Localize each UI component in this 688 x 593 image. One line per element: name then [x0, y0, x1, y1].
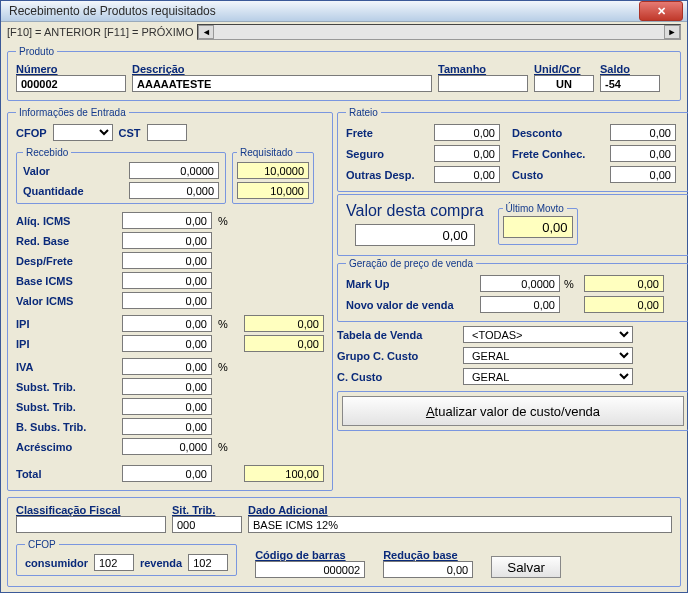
total-y	[244, 465, 324, 482]
tamanho-input[interactable]	[438, 75, 528, 92]
subst1-label: Subst. Trib.	[16, 381, 116, 393]
markup-y	[584, 275, 664, 292]
ipi-y2	[244, 335, 324, 352]
valor-compra-group: Valor desta compra Último Movto	[337, 194, 688, 256]
saldo-input[interactable]	[600, 75, 660, 92]
req-valor	[237, 162, 309, 179]
ipi-val-input[interactable]	[122, 335, 212, 352]
markup-input[interactable]	[480, 275, 560, 292]
iva-input[interactable]	[122, 358, 212, 375]
cst-input[interactable]	[147, 124, 187, 141]
atualizar-button[interactable]: AAtualizar valor de custo/vendatualizar …	[342, 396, 684, 426]
dado-input[interactable]	[248, 516, 672, 533]
despfrete-label: Desp/Frete	[16, 255, 116, 267]
pct-2: %	[218, 318, 238, 330]
baseicms-input[interactable]	[122, 272, 212, 289]
cfop-bottom-legend: CFOP	[25, 539, 59, 550]
scroll-left-icon[interactable]: ◄	[198, 25, 214, 39]
pct-5: %	[564, 278, 580, 290]
rateio-legend: Rateio	[346, 107, 381, 118]
despfrete-input[interactable]	[122, 252, 212, 269]
pct-3: %	[218, 361, 238, 373]
freteconhec-input[interactable]	[610, 145, 676, 162]
desconto-label: Desconto	[512, 127, 602, 139]
ipi-pct-input[interactable]	[122, 315, 212, 332]
valor-input[interactable]	[129, 162, 219, 179]
grupo-ccusto-select[interactable]: GERAL	[463, 347, 633, 364]
ultimo-input	[503, 216, 573, 238]
codbarras-input[interactable]	[255, 561, 365, 578]
reducao-input[interactable]	[383, 561, 473, 578]
novo-input[interactable]	[480, 296, 560, 313]
subst2-input[interactable]	[122, 398, 212, 415]
quantidade-input[interactable]	[129, 182, 219, 199]
revenda-input[interactable]	[188, 554, 228, 571]
ultimo-movto-group: Último Movto	[498, 203, 578, 245]
iva-label: IVA	[16, 361, 116, 373]
numero-input[interactable]	[16, 75, 126, 92]
bsubs-label: B. Subs. Trib.	[16, 421, 116, 433]
horizontal-scrollbar[interactable]: ◄ ►	[197, 24, 681, 40]
redbase-input[interactable]	[122, 232, 212, 249]
grupo-ccusto-label: Grupo C. Custo	[337, 350, 457, 362]
scroll-right-icon[interactable]: ►	[664, 25, 680, 39]
outras-input[interactable]	[434, 166, 500, 183]
redbase-label: Red. Base	[16, 235, 116, 247]
novo-y	[584, 296, 664, 313]
cfop-select[interactable]	[53, 124, 113, 141]
valor-label: Valor	[23, 165, 123, 177]
geracao-preco-group: Geração de preço de venda Mark Up % Novo…	[337, 258, 688, 322]
descricao-label: Descrição	[132, 63, 432, 75]
descricao-input[interactable]	[132, 75, 432, 92]
valoricms-input[interactable]	[122, 292, 212, 309]
desconto-input[interactable]	[610, 124, 676, 141]
salvar-button[interactable]: Salvar	[491, 556, 561, 578]
classif-input[interactable]	[16, 516, 166, 533]
sittrib-input[interactable]	[172, 516, 242, 533]
ipi-pct-label: IPI	[16, 318, 116, 330]
ccusto-select[interactable]: GERAL	[463, 368, 633, 385]
bsubs-input[interactable]	[122, 418, 212, 435]
seguro-input[interactable]	[434, 145, 500, 162]
custo-input[interactable]	[610, 166, 676, 183]
unidcor-input[interactable]	[534, 75, 594, 92]
valoricms-label: Valor ICMS	[16, 295, 116, 307]
dado-label: Dado Adicional	[248, 504, 672, 516]
valor-compra-title: Valor desta compra	[346, 202, 484, 220]
acresc-input[interactable]	[122, 438, 212, 455]
consumidor-input[interactable]	[94, 554, 134, 571]
codbarras-label: Código de barras	[255, 549, 365, 561]
close-button[interactable]: ✕	[639, 1, 683, 21]
reducao-label: Redução base	[383, 549, 473, 561]
novo-label: Novo valor de venda	[346, 299, 476, 311]
rateio-group: Rateio Frete Desconto Seguro Frete Conhe…	[337, 107, 688, 192]
close-icon: ✕	[657, 5, 666, 18]
outras-label: Outras Desp.	[346, 169, 426, 181]
aliq-input[interactable]	[122, 212, 212, 229]
markup-label: Mark Up	[346, 278, 476, 290]
valor-compra-input[interactable]	[355, 224, 475, 246]
recebido-legend: Recebido	[23, 147, 71, 158]
nav-hint: [F10] = ANTERIOR [F11] = PRÓXIMO	[7, 26, 193, 38]
window-title: Recebimento de Produtos requisitados	[9, 4, 216, 18]
subst2-label: Subst. Trib.	[16, 401, 116, 413]
ipi-y1	[244, 315, 324, 332]
pct-1: %	[218, 215, 238, 227]
freteconhec-label: Frete Conhec.	[512, 148, 602, 160]
frete-input[interactable]	[434, 124, 500, 141]
consumidor-label: consumidor	[25, 557, 88, 569]
produto-group: Produto Número Descrição Tamanho Unid/Co…	[7, 46, 681, 101]
tabela-venda-select[interactable]: <TODAS>	[463, 326, 633, 343]
total-input[interactable]	[122, 465, 212, 482]
saldo-label: Saldo	[600, 63, 660, 75]
tabela-venda-label: Tabela de Venda	[337, 329, 457, 341]
subst1-input[interactable]	[122, 378, 212, 395]
pct-4: %	[218, 441, 238, 453]
frete-label: Frete	[346, 127, 426, 139]
sittrib-label: Sit. Trib.	[172, 504, 242, 516]
quantidade-label: Quantidade	[23, 185, 123, 197]
produto-legend: Produto	[16, 46, 57, 57]
seguro-label: Seguro	[346, 148, 426, 160]
classif-label: Classificação Fiscal	[16, 504, 166, 516]
acresc-label: Acréscimo	[16, 441, 116, 453]
